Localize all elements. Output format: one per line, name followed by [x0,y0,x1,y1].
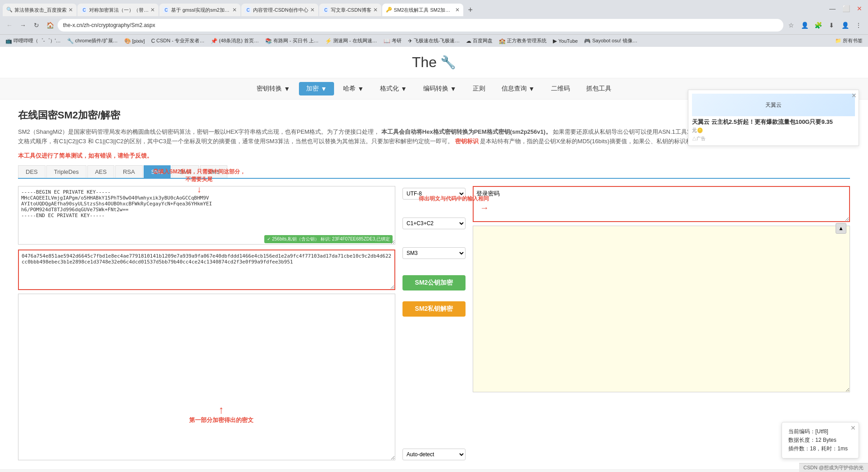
nav-hash-label: 哈希 [343,85,356,93]
nav-encode-arrow: ▼ [450,85,457,92]
bookmark-kaoyan[interactable]: 📖 考研 [382,36,403,45]
bookmark-sayobot[interactable]: 🎮 Sayobot osu! 镜像… [582,36,639,45]
tab-6-label: SM2在线解工具 SM2加密工… [394,7,453,14]
tab-sm3[interactable]: SM3 [200,165,227,178]
tab-2-label: 对称加密算法（一）（替换算… [89,7,149,14]
bookmark-all-label: 📁 所有书签 [835,37,863,44]
bottom-bar: CSDN @想成为守护你的光 [799,463,868,472]
address-bar[interactable] [58,19,783,32]
nav-info[interactable]: 信息查询 ▼ [494,82,542,95]
tab-6[interactable]: 🔑 SM2在线解工具 SM2加密工… ✕ [382,4,463,16]
bookmark-messages[interactable]: 📌 (48条消息) 首页… [209,36,261,45]
bookmark-bilibili[interactable]: 📺 哔哩哔哩（゜-゜）'… [4,36,63,45]
browser-store-icon[interactable]: ⬇ [826,19,837,31]
csdn-icon: C [151,38,155,44]
minimize-button[interactable]: — [827,3,838,14]
nav-encode[interactable]: 编码转换 ▼ [416,82,464,95]
nav-info-arrow: ▼ [529,85,535,92]
bookmark-csdn[interactable]: C CSDN - 专业开发者… [149,36,207,45]
chrome-ext-icon: 🔧 [67,38,74,44]
new-tab-button[interactable]: + [464,4,477,16]
cipher-textarea[interactable]: 0476a754e851ae5942d6645c7fbd1e8ec4ae7791… [18,250,395,290]
kaoyan-icon: 📖 [384,38,390,44]
tab-aes[interactable]: AES [87,165,114,178]
bookmark-feijisuai[interactable]: ✈ 飞极速在线-飞极速… [406,36,462,45]
tab-1-close[interactable]: ✕ [68,7,73,13]
tab-bar: 🔍 算法替换攻击_百度搜索 ✕ C 对称加密算法（一）（替换算… ✕ C 基于 … [0,0,868,16]
profile-icon[interactable]: 👤 [799,19,810,31]
bookmark-kaoyan-label: 考研 [392,37,402,44]
bookmark-baidu-pan[interactable]: ☁ 百度网盘 [464,36,494,45]
nav-format-arrow: ▼ [401,85,407,92]
bookmark-star-icon[interactable]: ☆ [785,19,797,31]
tab-6-close[interactable]: ✕ [455,7,460,13]
bookmark-speedtest[interactable]: ⚡ 测速网 - 在线网速… [323,36,379,45]
bilibili-icon: 📺 [5,38,12,44]
tab-5[interactable]: C 写文章-CSDN博客 ✕ [319,4,381,16]
desc-part1: SM2（ShangMi2）是国家密码管理局发布的椭圆曲线公钥密码算法，密钥一般以… [18,128,380,135]
nav-capture[interactable]: 抓包工具 [579,82,619,95]
right-output-textarea[interactable] [473,226,850,392]
algo-tabs: DES TripleDes AES RSA SM2 SM4 SM3 [18,165,850,179]
hash-select[interactable]: SM3 SHA256 [402,247,466,259]
bookmark-youtube[interactable]: ▶ YouTube [551,37,579,45]
feijisuai-icon: ✈ [408,38,412,44]
middle-panel: UTF-8 UTF-16 GBK C1+C3+C2 C1+C2+C3 SM3 S… [402,186,466,460]
tab-rsa[interactable]: RSA [115,165,143,178]
tab-5-close[interactable]: ✕ [373,7,378,13]
nav-regex[interactable]: 正则 [466,82,493,95]
ad-image: 天翼云 [692,94,855,116]
bookmark-feijisuai-label: 飞极速在线-飞极速… [414,37,460,44]
nav-encrypt[interactable]: 加密 ▼ [299,82,334,95]
tab-sm4[interactable]: SM4 [172,165,199,178]
nav-regex-label: 正则 [473,85,485,93]
encoding-select[interactable]: UTF-8 UTF-16 GBK [402,188,466,200]
decrypt-button[interactable]: SM2私钥解密 [402,301,466,317]
tab-3-close[interactable]: ✕ [232,7,237,13]
nav-key-convert[interactable]: 密钥转换 ▼ [249,82,297,95]
encrypt-button[interactable]: SM2公钥加密 [402,275,466,290]
bookmark-all[interactable]: 📁 所有书签 [833,36,864,45]
notification-close-button[interactable]: ✕ [850,424,856,431]
nav-format[interactable]: 格式化 ▼ [373,82,414,95]
refresh-button[interactable]: ↻ [31,19,42,31]
messages-icon: 📌 [211,38,217,44]
account-icon[interactable]: 👤 [839,19,851,31]
right-input-textarea[interactable]: 登录密码 [473,186,850,222]
tab-tripledes[interactable]: TripleDes [46,165,86,178]
output-textarea[interactable] [18,294,395,460]
tab-des[interactable]: DES [18,165,45,178]
home-button[interactable]: 🏠 [44,19,56,31]
right-panel: 登录密码 得出明文与代码中的输入相同 → ▲ [473,186,850,460]
key-input-wrap: -----BEGIN EC PRIVATE KEY----- MHcCAQEEI… [18,186,395,246]
bookmark-youlu[interactable]: 📚 有路网 - 买日书 上… [263,36,321,45]
site-footer: NET 6 on Linux · © 2022 Shotgun · 🌐 zh-c… [0,469,868,472]
bookmark-pixiv[interactable]: 🎨 [pixiv] [122,37,147,45]
tab-2-close[interactable]: ✕ [150,7,155,13]
bookmark-baidu-pan-label: 百度网盘 [473,37,493,44]
settings-dots-icon[interactable]: ⋮ [853,19,864,31]
bookmark-chrome-ext[interactable]: 🔧 chrome插件/扩展… [65,36,120,45]
tab-4[interactable]: C 内容管理-CSDN创作中心 ✕ [241,4,318,16]
nav-qrcode[interactable]: 二维码 [544,82,577,95]
close-button[interactable]: ✕ [854,3,865,14]
key-mark-text: 密钥标识 [455,138,479,145]
tab-4-close[interactable]: ✕ [310,7,315,13]
status-notification: ✕ 当前编码：[Utf8] 数据长度：12 Bytes 插件数：18，耗时：1m… [782,422,859,458]
tab-1[interactable]: 🔍 算法替换攻击_百度搜索 ✕ [3,4,77,16]
ad-banner: ✕ 天翼云 天翼云 云主机2.5折起！更有爆款流量包100G只要9.35 元🪙 … [688,90,859,146]
forward-button[interactable]: → [17,19,29,31]
site-header: The 🔧 [0,47,868,78]
ad-close-button[interactable]: ✕ [851,92,857,99]
bookmark-zhengfang[interactable]: 🏫 正方教务管理系统 [497,36,548,45]
nav-hash[interactable]: 哈希 ▼ [336,82,371,95]
tab-3[interactable]: C 基于 gmssl实现的sm2加密（C… ✕ [159,4,240,16]
auto-detect-select[interactable]: Auto-detect UTF-8 [402,449,466,460]
extension-icon[interactable]: 🧩 [812,19,824,31]
tab-sm2[interactable]: SM2 [144,165,171,178]
maximize-button[interactable]: ⬜ [840,3,852,14]
scroll-top-button[interactable]: ▲ [836,223,846,234]
back-button[interactable]: ← [4,19,15,31]
cipher-mode-select[interactable]: C1+C3+C2 C1+C2+C3 [402,218,466,229]
tab-2[interactable]: C 对称加密算法（一）（替换算… ✕ [77,4,158,16]
